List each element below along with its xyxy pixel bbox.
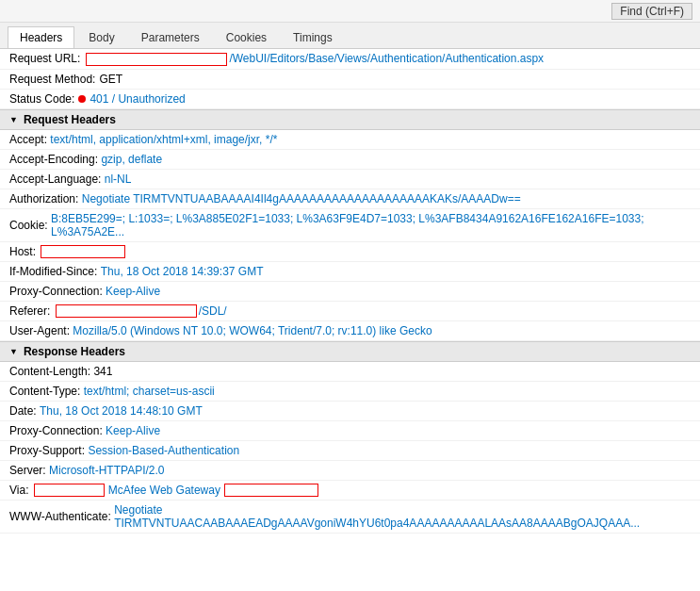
- response-headers-title: Response Headers: [24, 345, 125, 358]
- request-url-value: /WebUI/Editors/Base/Views/Authentication…: [229, 52, 544, 65]
- header-accept-encoding-value: gzip, deflate: [101, 153, 162, 166]
- resp-via-value: McAfee Web Gateway: [108, 484, 220, 497]
- header-user-agent-value: Mozilla/5.0 (Windows NT 10.0; WOW64; Tri…: [73, 324, 431, 337]
- header-cookie-label: Cookie:: [9, 219, 51, 232]
- tab-timings[interactable]: Timings: [281, 26, 345, 48]
- header-accept-encoding-label: Accept-Encoding:: [9, 153, 101, 166]
- resp-proxy-conn-row: Proxy-Connection: Keep-Alive: [0, 421, 700, 441]
- tab-cookies[interactable]: Cookies: [214, 26, 279, 48]
- resp-date-label: Date:: [9, 404, 40, 418]
- resp-server-label: Server:: [9, 464, 49, 477]
- request-headers-section: ▼ Request Headers: [0, 109, 700, 130]
- response-triangle-icon: ▼: [9, 347, 18, 356]
- request-headers-title: Request Headers: [24, 113, 116, 126]
- resp-www-auth-value: Negotiate TIRMTVNTUAACAABAAAEADgAAAAVgon…: [114, 503, 691, 530]
- request-method-label: Request Method:: [9, 73, 95, 86]
- header-host-row: Host:: [0, 242, 700, 262]
- header-user-agent-row: User-Agent: Mozilla/5.0 (Windows NT 10.0…: [0, 321, 700, 341]
- resp-content-length-row: Content-Length: 341: [0, 362, 700, 382]
- tab-headers[interactable]: Headers: [8, 26, 74, 48]
- resp-content-length-value: 341: [93, 365, 112, 378]
- triangle-icon: ▼: [9, 115, 18, 124]
- tab-body[interactable]: Body: [76, 26, 126, 48]
- response-headers-section: ▼ Response Headers: [0, 341, 700, 362]
- resp-proxy-conn-label: Proxy-Connection:: [9, 424, 106, 437]
- resp-date-value: Thu, 18 Oct 2018 14:48:10 GMT: [40, 404, 203, 418]
- request-method-row: Request Method: GET: [0, 70, 700, 90]
- resp-proxy-conn-value: Keep-Alive: [106, 424, 160, 437]
- content-area: Request URL: /WebUI/Editors/Base/Views/A…: [0, 49, 700, 534]
- resp-proxy-support-row: Proxy-Support: Session-Based-Authenticat…: [0, 441, 700, 461]
- header-accept-language-label: Accept-Language:: [9, 172, 105, 186]
- status-code-value: 401 / Unauthorized: [90, 92, 185, 106]
- resp-content-type-value: text/html; charset=us-ascii: [84, 385, 215, 398]
- header-authorization-label: Authorization:: [9, 192, 82, 205]
- header-accept-label: Accept:: [9, 133, 50, 146]
- header-accept-language-row: Accept-Language: nl-NL: [0, 170, 700, 189]
- tab-parameters[interactable]: Parameters: [129, 26, 212, 48]
- resp-content-type-label: Content-Type:: [9, 385, 84, 398]
- find-button[interactable]: Find (Ctrl+F): [611, 3, 692, 20]
- resp-via-label: Via:: [9, 484, 32, 497]
- header-if-modified-label: If-Modified-Since:: [9, 265, 101, 278]
- status-code-value-wrapper: 401 / Unauthorized: [78, 92, 185, 106]
- host-redacted-box: [41, 245, 125, 258]
- header-proxy-conn-value: Keep-Alive: [106, 285, 160, 298]
- resp-www-auth-row: WWW-Authenticate: Negotiate TIRMTVNTUAAC…: [0, 501, 700, 534]
- status-code-row: Status Code: 401 / Unauthorized: [0, 90, 700, 109]
- header-accept-encoding-row: Accept-Encoding: gzip, deflate: [0, 150, 700, 170]
- resp-server-value: Microsoft-HTTPAPI/2.0: [49, 464, 164, 477]
- request-url-label: Request URL:: [9, 52, 80, 65]
- header-referer-row: Referer: /SDL/: [0, 302, 700, 321]
- header-authorization-row: Authorization: Negotiate TIRMTVNTUAABAAA…: [0, 189, 700, 209]
- via-redacted-box-1: [34, 484, 105, 497]
- tabs-row: Headers Body Parameters Cookies Timings: [0, 23, 700, 49]
- resp-server-row: Server: Microsoft-HTTPAPI/2.0: [0, 461, 700, 481]
- resp-www-auth-label: WWW-Authenticate:: [9, 510, 114, 523]
- top-bar: Find (Ctrl+F): [0, 0, 700, 23]
- resp-via-row: Via: McAfee Web Gateway: [0, 481, 700, 501]
- request-method-value: GET: [99, 73, 122, 86]
- resp-date-row: Date: Thu, 18 Oct 2018 14:48:10 GMT: [0, 402, 700, 421]
- referer-redacted-box: [56, 304, 197, 318]
- header-accept-row: Accept: text/html, application/xhtml+xml…: [0, 130, 700, 150]
- header-authorization-value: Negotiate TIRMTVNTUAABAAAAI4Il4gAAAAAAAA…: [82, 192, 521, 205]
- status-code-label: Status Code:: [9, 92, 74, 106]
- header-user-agent-label: User-Agent:: [9, 324, 73, 337]
- header-host-label: Host:: [9, 245, 39, 258]
- request-url-row: Request URL: /WebUI/Editors/Base/Views/A…: [0, 49, 700, 70]
- status-dot: [78, 95, 86, 103]
- url-redacted-box: [86, 53, 227, 66]
- resp-proxy-support-label: Proxy-Support:: [9, 444, 88, 457]
- resp-content-type-row: Content-Type: text/html; charset=us-asci…: [0, 382, 700, 402]
- via-redacted-box-2: [224, 484, 318, 497]
- header-accept-language-value: nl-NL: [105, 172, 132, 186]
- header-referer-label: Referer:: [9, 304, 54, 318]
- header-if-modified-row: If-Modified-Since: Thu, 18 Oct 2018 14:3…: [0, 262, 700, 282]
- header-if-modified-value: Thu, 18 Oct 2018 14:39:37 GMT: [101, 265, 264, 278]
- header-accept-value: text/html, application/xhtml+xml, image/…: [50, 133, 277, 146]
- header-referer-suffix: /SDL/: [199, 304, 227, 318]
- header-proxy-conn-row: Proxy-Connection: Keep-Alive: [0, 282, 700, 302]
- header-cookie-row: Cookie: B:8EB5E299=; L:1033=; L%3A885E02…: [0, 209, 700, 242]
- request-url-redacted: [84, 52, 229, 66]
- header-proxy-conn-label: Proxy-Connection:: [9, 285, 106, 298]
- resp-content-length-label: Content-Length:: [9, 365, 93, 378]
- header-cookie-value: B:8EB5E299=; L:1033=; L%3A885E02F1=1033;…: [51, 212, 691, 238]
- resp-proxy-support-value: Session-Based-Authentication: [88, 444, 239, 457]
